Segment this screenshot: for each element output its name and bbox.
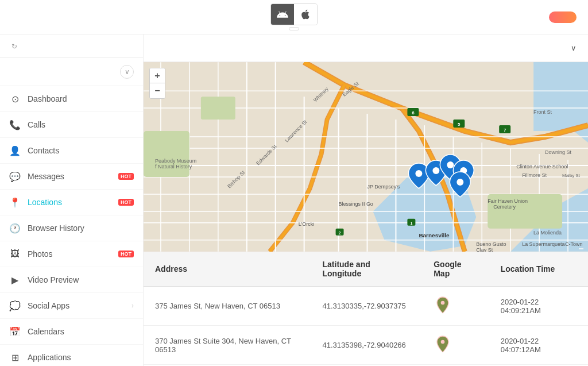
cell-address: 370 James St Suite 304, New Haven, CT 06… xyxy=(144,326,311,365)
svg-text:1: 1 xyxy=(410,221,412,225)
sidebar-item-locations[interactable]: 📍LocationsHOT xyxy=(0,190,143,215)
dashboard-icon: ⊙ xyxy=(9,93,21,105)
dropdown-arrow-icon: ∨ xyxy=(571,44,577,52)
cell-lat-lng: 41.3130335,-72.9037375 xyxy=(311,287,423,326)
cell-google-map[interactable] xyxy=(422,326,489,365)
svg-text:2: 2 xyxy=(339,231,341,235)
table-header-row: Address Latitude and Longitude Google Ma… xyxy=(144,252,588,287)
svg-text:Blessings II Go: Blessings II Go xyxy=(339,201,373,207)
messages-icon: 💬 xyxy=(9,171,21,182)
svg-text:Clinton Avenue School: Clinton Avenue School xyxy=(516,164,568,169)
map-controls: + − xyxy=(149,68,165,99)
svg-text:Fillmore St: Fillmore St xyxy=(522,172,547,178)
sidebar-item-messages[interactable]: 💬MessagesHOT xyxy=(0,164,143,190)
sidebar-item-applications[interactable]: ⊞Applications xyxy=(0,345,143,366)
svg-text:Fair Haven Union: Fair Haven Union xyxy=(488,198,528,204)
svg-text:6: 6 xyxy=(412,110,415,115)
column-google-map: Google Map xyxy=(422,252,489,287)
video-preview-icon: ▶ xyxy=(9,274,21,286)
sidebar: ↻ ∨ ⊙Dashboard📞Calls👤Contacts💬MessagesHO… xyxy=(0,34,144,366)
social-apps-icon: 💭 xyxy=(9,300,21,311)
contacts-icon: 👤 xyxy=(9,145,21,156)
header xyxy=(0,0,588,34)
sidebar-user-info: ↻ xyxy=(0,34,143,58)
table-container: Address Latitude and Longitude Google Ma… xyxy=(144,252,588,366)
sidebar-item-label-contacts: Contacts xyxy=(28,146,134,155)
locations-table: Address Latitude and Longitude Google Ma… xyxy=(144,252,588,365)
refresh-icon[interactable]: ↻ xyxy=(11,43,17,51)
sidebar-item-contacts[interactable]: 👤Contacts xyxy=(0,138,143,164)
sidebar-item-label-photos: Photos xyxy=(28,249,109,259)
leaflet-badge xyxy=(579,248,583,249)
sidebar-item-calls[interactable]: 📞Calls xyxy=(0,112,143,138)
column-lat-lng: Latitude and Longitude xyxy=(311,252,423,287)
cell-lat-lng: 41.3135398,-72.9040266 xyxy=(311,326,423,365)
cell-address: 375 James St, New Haven, CT 06513 xyxy=(144,287,311,326)
sidebar-item-label-locations: Locations xyxy=(28,198,109,207)
device-selector[interactable]: ∨ xyxy=(0,58,143,86)
svg-text:La Molienda: La Molienda xyxy=(533,230,562,236)
google-maps-icon xyxy=(434,296,452,314)
android-platform-button[interactable] xyxy=(271,4,294,25)
calls-icon: 📞 xyxy=(9,119,21,130)
nav-chevron-icon: › xyxy=(131,302,134,310)
svg-point-68 xyxy=(447,161,454,168)
sidebar-item-label-applications: Applications xyxy=(28,353,134,362)
sidebar-item-dashboard[interactable]: ⊙Dashboard xyxy=(0,86,143,112)
hot-badge: HOT xyxy=(118,173,134,180)
map-svg: 6 5 7 Whitney Eagle St Lawrence St Edwar… xyxy=(144,62,588,252)
svg-text:JP Dempsey's: JP Dempsey's xyxy=(367,184,400,190)
svg-text:L'Orcki: L'Orcki xyxy=(299,221,315,227)
content-header: ∨ xyxy=(144,34,588,62)
column-address: Address xyxy=(144,252,311,287)
platform-toggle xyxy=(270,3,318,30)
svg-text:7: 7 xyxy=(504,128,506,133)
svg-text:Barnesville: Barnesville xyxy=(419,232,450,238)
sidebar-item-video-preview[interactable]: ▶Video Preview xyxy=(0,267,143,293)
device-arrow-icon: ∨ xyxy=(120,65,134,79)
svg-point-67 xyxy=(432,167,439,174)
platform-buttons xyxy=(270,3,318,25)
sidebar-item-social-apps[interactable]: 💭Social Apps› xyxy=(0,293,143,319)
sidebar-item-photos[interactable]: 🖼PhotosHOT xyxy=(0,241,143,267)
sidebar-item-calendars[interactable]: 📅Calendars xyxy=(0,319,143,345)
main-container: ↻ ∨ ⊙Dashboard📞Calls👤Contacts💬MessagesHO… xyxy=(0,34,588,366)
photos-icon: 🖼 xyxy=(9,248,21,260)
hot-badge: HOT xyxy=(118,251,134,257)
zoom-in-button[interactable]: + xyxy=(150,68,165,83)
svg-text:Clay St: Clay St xyxy=(476,247,493,252)
apple-icon xyxy=(300,9,311,20)
cell-location-time: 2020-01-22 04:07:12AM xyxy=(489,326,588,365)
table-body: 375 James St, New Haven, CT 0651341.3130… xyxy=(144,287,588,365)
sidebar-item-browser-history[interactable]: 🕐Browser History xyxy=(0,215,143,241)
sidebar-updated: ↻ xyxy=(9,43,134,51)
locations-icon: 📍 xyxy=(9,197,21,208)
map-container: 6 5 7 Whitney Eagle St Lawrence St Edwar… xyxy=(144,62,588,252)
buy-now-button[interactable] xyxy=(549,11,577,23)
android-icon xyxy=(277,9,288,20)
svg-text:La Supermarqueta: La Supermarqueta xyxy=(522,241,564,247)
sidebar-item-label-video-preview: Video Preview xyxy=(28,275,134,284)
svg-text:Downing St: Downing St xyxy=(545,149,571,155)
svg-text:C-Town: C-Town xyxy=(565,241,582,247)
svg-text:5: 5 xyxy=(458,122,461,127)
hot-badge: HOT xyxy=(118,199,134,206)
sidebar-item-label-calls: Calls xyxy=(28,120,134,129)
sidebar-item-label-browser-history: Browser History xyxy=(28,224,134,233)
zoom-out-button[interactable]: − xyxy=(150,83,165,98)
svg-rect-30 xyxy=(144,131,189,177)
google-maps-icon xyxy=(434,335,452,353)
nav-items-container: ⊙Dashboard📞Calls👤Contacts💬MessagesHOT📍Lo… xyxy=(0,86,143,366)
cell-google-map[interactable] xyxy=(422,287,489,326)
sidebar-item-label-messages: Messages xyxy=(28,172,109,181)
svg-text:Bueno Gusto: Bueno Gusto xyxy=(476,241,506,247)
sidebar-item-label-social-apps: Social Apps xyxy=(28,301,125,310)
sidebar-item-label-dashboard: Dashboard xyxy=(28,94,134,103)
sidebar-item-label-calendars: Calendars xyxy=(28,327,134,336)
svg-point-66 xyxy=(415,170,422,177)
user-dropdown[interactable]: ∨ xyxy=(567,44,577,52)
svg-text:f Natural History: f Natural History xyxy=(155,164,192,169)
content: ∨ xyxy=(144,34,588,366)
column-location-time: Location Time xyxy=(489,252,588,287)
ios-platform-button[interactable] xyxy=(294,4,317,25)
